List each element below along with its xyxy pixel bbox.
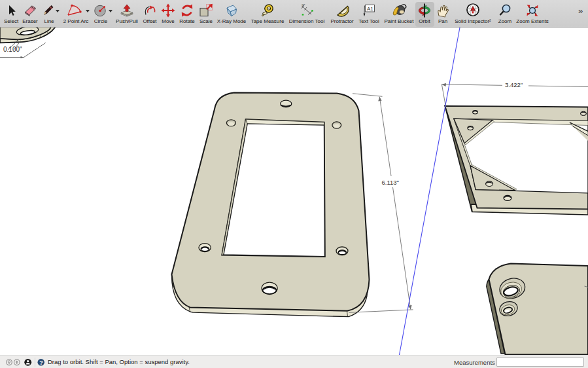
svg-text:A1: A1 <box>367 6 373 12</box>
svg-text:0.100": 0.100" <box>3 46 22 53</box>
svg-text:?: ? <box>39 359 43 366</box>
svg-text:3': 3' <box>302 3 304 7</box>
svg-text:3.422": 3.422" <box>505 81 523 88</box>
svg-text:6.113": 6.113" <box>382 179 399 186</box>
